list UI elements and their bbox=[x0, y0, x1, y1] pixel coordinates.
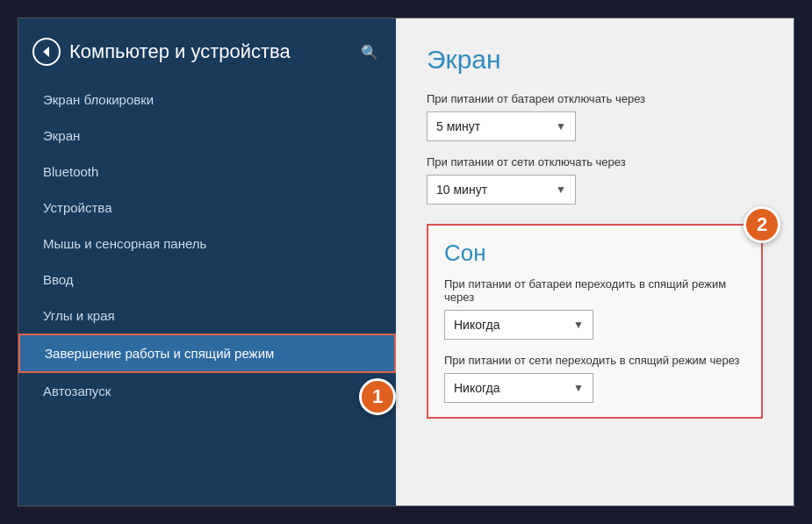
sleep-network-label: При питании от сети переходить в спящий … bbox=[444, 354, 745, 367]
page-title: Экран bbox=[427, 45, 763, 75]
sidebar-item-mysh[interactable]: Мышь и сенсорная панель bbox=[18, 226, 396, 262]
sleep-network-value: Никогда bbox=[454, 381, 499, 395]
battery-dropdown-group: При питании от батареи отключать через 5… bbox=[427, 92, 763, 141]
sidebar-item-avtozapusk[interactable]: Автозапуск bbox=[18, 373, 396, 409]
sleep-battery-group: При питании от батареи переходить в спящ… bbox=[444, 277, 745, 340]
battery-off-label: При питании от батареи отключать через bbox=[427, 92, 763, 105]
back-button[interactable] bbox=[32, 38, 61, 66]
sidebar-nav: Экран блокировки Экран Bluetooth Устройс… bbox=[18, 82, 396, 506]
network-off-value: 10 минут bbox=[436, 183, 487, 197]
sleep-battery-value: Никогда bbox=[454, 318, 499, 332]
badge-1: 1 bbox=[359, 378, 396, 415]
sidebar-item-bluetooth[interactable]: Bluetooth bbox=[18, 154, 396, 190]
battery-off-dropdown[interactable]: 5 минут ▼ bbox=[427, 111, 576, 141]
network-dropdown-group: При питании от сети отключать через 10 м… bbox=[427, 155, 763, 205]
sidebar-title: Компьютер и устройства bbox=[69, 40, 352, 63]
network-off-dropdown[interactable]: 10 минут ▼ bbox=[427, 175, 576, 205]
sleep-network-dropdown[interactable]: Никогда ▼ bbox=[444, 373, 593, 403]
main-content: Экран При питании от батареи отключать ч… bbox=[396, 18, 794, 506]
sleep-battery-dropdown[interactable]: Никогда ▼ bbox=[444, 310, 593, 340]
sidebar-item-ugly[interactable]: Углы и края bbox=[18, 298, 396, 334]
sidebar-item-ekran-blokirovki[interactable]: Экран блокировки bbox=[18, 82, 396, 118]
badge-2: 2 bbox=[744, 206, 780, 243]
battery-off-value: 5 минут bbox=[436, 119, 480, 133]
son-title: Сон bbox=[444, 240, 745, 267]
search-icon[interactable]: 🔍 bbox=[361, 44, 378, 61]
sidebar-item-ekran[interactable]: Экран bbox=[18, 118, 396, 154]
sidebar-item-zavershenie[interactable]: Завершение работы и спящий режим bbox=[18, 334, 396, 373]
son-section: Сон При питании от батареи переходить в … bbox=[427, 224, 763, 419]
svg-marker-0 bbox=[43, 47, 49, 57]
network-off-label: При питании от сети отключать через bbox=[427, 155, 763, 169]
sleep-network-group: При питании от сети переходить в спящий … bbox=[444, 354, 745, 403]
sidebar-item-ustroystva[interactable]: Устройства bbox=[18, 190, 396, 226]
battery-off-arrow: ▼ bbox=[556, 120, 566, 133]
sidebar-header: Компьютер и устройства 🔍 bbox=[18, 18, 396, 82]
sleep-network-arrow: ▼ bbox=[573, 382, 584, 394]
sleep-battery-label: При питании от батареи переходить в спящ… bbox=[444, 277, 745, 304]
sleep-battery-arrow: ▼ bbox=[573, 319, 584, 331]
sidebar: Компьютер и устройства 🔍 Экран блокировк… bbox=[18, 18, 396, 506]
network-off-arrow: ▼ bbox=[556, 183, 566, 196]
settings-window: Компьютер и устройства 🔍 Экран блокировк… bbox=[18, 18, 794, 506]
sidebar-item-vvod[interactable]: Ввод bbox=[18, 262, 396, 298]
